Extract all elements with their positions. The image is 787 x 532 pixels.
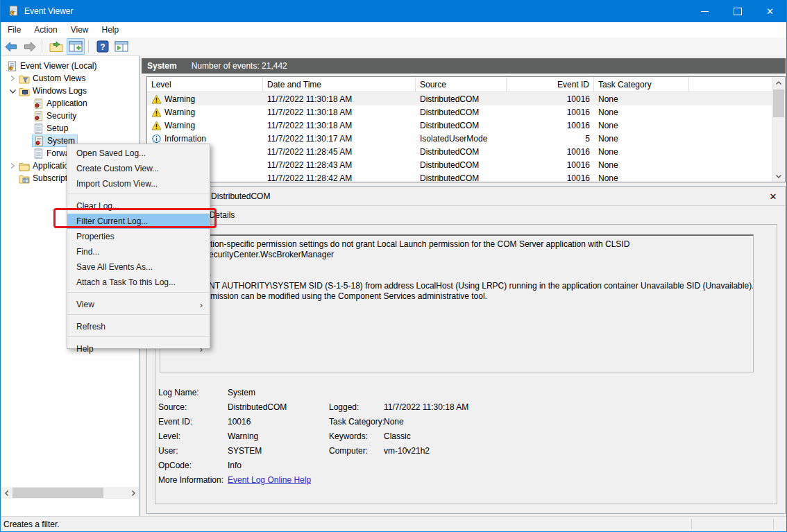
tree-item-windows-logs[interactable]: Windows Logs (1, 85, 139, 97)
task-category-cell: None (594, 132, 689, 145)
level-label: Warning (164, 94, 195, 104)
menubar-item-action[interactable]: Action (28, 23, 63, 37)
menu-item-label: Properties (76, 232, 115, 241)
column-header-event-id[interactable]: Event ID (507, 77, 594, 92)
field-value: SYSTEM (228, 446, 262, 456)
menu-item-filter-current-log[interactable]: Filter Current Log... (67, 214, 210, 229)
event-description-box: The application-specific permission sett… (160, 234, 754, 372)
field-row: Source:DistributedCOMLogged:11/7/2022 11… (155, 402, 777, 417)
menu-item-attach-a-task-to-this-log[interactable]: Attach a Task To this Log... (67, 275, 210, 290)
menu-item-view[interactable]: View› (67, 297, 210, 312)
warning-icon (151, 121, 162, 130)
menubar-item-help[interactable]: Help (96, 23, 126, 37)
filler-cell (689, 171, 772, 182)
menu-item-clear-log[interactable]: Clear Log... (67, 198, 210, 214)
log-plain-icon (33, 148, 44, 159)
more-info-link[interactable]: Event Log Online Help (228, 475, 311, 485)
task-category-cell: None (594, 119, 689, 132)
description-line: to the user NT AUTHORITY\SYSTEM SID (S-1… (167, 281, 753, 291)
tree-item-custom-views[interactable]: Custom Views (1, 72, 139, 85)
tree-item-application[interactable]: Application (1, 97, 139, 110)
menu-item-label: Find... (76, 247, 99, 257)
tree-item-label: Security (46, 111, 76, 121)
title-bar: Event Viewer ✕ (1, 0, 786, 22)
menu-item-find[interactable]: Find... (67, 244, 210, 259)
menubar-item-file[interactable]: File (1, 23, 27, 37)
column-header-source[interactable]: Source (416, 77, 507, 92)
preview-close-button[interactable]: ✕ (767, 190, 779, 203)
vertical-scroll-thumb[interactable] (773, 89, 784, 117)
event-id-cell: 10016 (507, 119, 594, 132)
event-row[interactable]: Warning11/7/2022 11:28:45 AMDistributedC… (147, 145, 772, 158)
event-row[interactable]: Information11/7/2022 11:30:17 AMIsolated… (147, 132, 772, 145)
event-viewer-icon (6, 61, 17, 71)
field-row: More Information:Event Log Online Help (155, 475, 777, 490)
toolbar-separator (42, 40, 42, 53)
event-row[interactable]: Warning11/7/2022 11:30:18 AMDistributedC… (147, 119, 772, 132)
event-row[interactable]: Warning11/7/2022 11:30:18 AMDistributedC… (147, 92, 772, 105)
column-header-level[interactable]: Level (147, 77, 263, 92)
menu-item-import-custom-view[interactable]: Import Custom View... (67, 176, 210, 191)
scroll-left-button[interactable] (1, 487, 12, 499)
menu-item-properties[interactable]: Properties (67, 229, 210, 244)
menubar-item-view[interactable]: View (65, 23, 95, 37)
scroll-right-button[interactable] (127, 487, 139, 499)
menu-item-refresh[interactable]: Refresh (67, 319, 210, 334)
chevron-right-icon[interactable] (6, 161, 19, 171)
description-line: The application-specific permission sett… (167, 239, 753, 250)
field-value: System (228, 388, 255, 397)
log-events-icon (33, 111, 44, 121)
column-header-date-and-time[interactable]: Date and Time (263, 77, 416, 92)
toolbar: ? (1, 37, 786, 56)
svg-text:?: ? (100, 42, 105, 52)
scroll-up-button[interactable] (772, 77, 784, 89)
column-header-filler (689, 77, 772, 92)
event-row[interactable]: Warning11/7/2022 11:28:43 AMDistributedC… (147, 158, 772, 171)
tree-item-label: Setup (46, 123, 68, 133)
event-row[interactable]: Warning11/7/2022 11:28:42 AMDistributedC… (147, 171, 772, 182)
maximize-button[interactable] (721, 0, 754, 22)
tree-item-event-viewer-local[interactable]: Event Viewer (Local) (1, 60, 139, 72)
folder-icon (19, 161, 30, 171)
source-cell: DistributedCOM (416, 119, 507, 132)
close-icon: ✕ (766, 7, 774, 16)
menu-item-open-saved-log[interactable]: Open Saved Log... (67, 146, 210, 161)
table-vertical-scrollbar[interactable] (772, 77, 785, 182)
menu-item-save-all-events-as[interactable]: Save All Events As... (67, 259, 210, 275)
tree-horizontal-scrollbar[interactable] (1, 487, 139, 499)
field-value: vm-10v21h2 (384, 446, 430, 456)
menu-item-create-custom-view[interactable]: Create Custom View... (67, 161, 210, 176)
menu-item-label: View (76, 300, 94, 309)
back-button[interactable] (3, 39, 19, 54)
action-pane-toggle-button[interactable] (113, 39, 130, 54)
menu-item-help[interactable]: Help› (67, 341, 210, 357)
forward-button[interactable] (22, 39, 38, 54)
column-header-task-category[interactable]: Task Category (594, 77, 689, 92)
chevron-down-icon[interactable] (6, 87, 19, 96)
close-button[interactable]: ✕ (754, 0, 786, 22)
help-button[interactable]: ? (94, 39, 111, 54)
event-row[interactable]: Warning11/7/2022 11:30:18 AMDistributedC… (147, 105, 772, 119)
field-label: User: (158, 446, 178, 456)
log-name: System (147, 61, 177, 71)
description-line: Windows.SecurityCenter.WscBrokerManager (167, 250, 753, 260)
context-menu: Open Saved Log...Create Custom View...Im… (67, 144, 210, 349)
horizontal-scroll-thumb[interactable] (12, 488, 103, 498)
open-saved-log-button[interactable] (48, 39, 65, 54)
field-row: Event ID:10016Task Category:None (155, 417, 777, 431)
tree-item-security[interactable]: Security (1, 110, 139, 122)
scroll-down-button[interactable] (772, 170, 784, 182)
events-count: Number of events: 21,442 (192, 61, 287, 71)
chevron-right-icon[interactable] (6, 74, 19, 83)
minimize-button[interactable] (688, 0, 721, 22)
level-cell: Warning (147, 105, 263, 119)
date-cell: 11/7/2022 11:30:17 AM (263, 132, 416, 145)
date-cell: 11/7/2022 11:30:18 AM (263, 105, 416, 119)
menu-item-label: Attach a Task To this Log... (76, 277, 176, 287)
field-value: Warning (228, 431, 258, 441)
filler-cell (689, 145, 772, 158)
console-tree-toggle-button[interactable] (67, 38, 85, 55)
log-header-bar: System Number of events: 21,442 (142, 58, 786, 74)
tree-item-setup[interactable]: Setup (1, 122, 139, 135)
menu-separator (68, 292, 209, 295)
